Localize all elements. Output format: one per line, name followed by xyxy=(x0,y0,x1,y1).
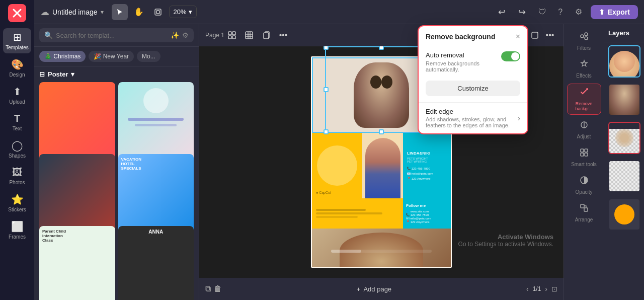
view-tool-button[interactable] xyxy=(150,4,166,20)
fit-page-icon[interactable]: ⊡ xyxy=(551,285,557,293)
expand-button[interactable] xyxy=(527,28,542,43)
template-grid: FRIDAY CHRISTMASDINNER xyxy=(34,82,199,300)
adjust-tool[interactable]: Adjust xyxy=(567,117,601,142)
auto-removal-text: Auto removal Remove backgrounds automati… xyxy=(426,51,501,72)
layer-item-3[interactable] xyxy=(608,122,640,154)
newyear-tag-label: 🎉 New Year xyxy=(94,53,129,60)
arrange-tool[interactable]: Arrange xyxy=(567,200,601,226)
sidebar-item-photos[interactable]: 🖼 Photos xyxy=(3,164,31,188)
design-icon: 🎨 xyxy=(11,58,24,70)
svg-rect-22 xyxy=(585,149,588,152)
filter-icon[interactable]: ⚙ xyxy=(182,31,189,39)
info-card: LINDA&NIKI PETS WRIGHTPET WRITING 📞 123-… xyxy=(403,133,451,198)
canvas-bottom-bar: ⧉ 🗑 + Add page ‹ 1/1 › ⊡ xyxy=(199,278,564,300)
sidebar-item-stickers[interactable]: ⭐ Stickers xyxy=(3,190,31,215)
edit-edge-desc: Add shadows, strokes, glow, and feathers… xyxy=(426,116,518,128)
add-page-button[interactable]: + Add page xyxy=(357,285,391,293)
svg-rect-5 xyxy=(232,32,235,35)
sidebar-label-design: Design xyxy=(9,72,25,78)
remove-bg-icon xyxy=(579,87,589,100)
layer-item-4[interactable] xyxy=(608,160,640,192)
grid-tool-button[interactable] xyxy=(242,28,257,43)
layer-item-2[interactable] xyxy=(608,84,640,116)
sidebar-item-templates[interactable]: ⊞ Templates xyxy=(3,28,31,53)
category-label[interactable]: ⊟ Poster ▾ xyxy=(39,70,74,78)
copy-tool-button[interactable] xyxy=(259,28,274,43)
delete-page-icon[interactable]: 🗑 xyxy=(214,284,222,293)
middle-row: ● CapCut LINDA&NIKI PETS WRIGHTPET WRITI… xyxy=(312,133,451,198)
sidebar-item-frames[interactable]: ⬜ Frames xyxy=(3,217,31,243)
fit-tool-button[interactable] xyxy=(224,28,239,43)
sidebar-item-design[interactable]: 🎨 Design xyxy=(3,55,31,81)
layers-panel: Layers xyxy=(604,24,644,300)
opacity-tool[interactable]: Opacity xyxy=(567,172,601,198)
template-thumb-6[interactable]: ANNA xyxy=(118,226,194,300)
svg-point-16 xyxy=(585,33,588,36)
bottom-row: Follow me 🌐 www.site.com 📞 123 456 7890 … xyxy=(312,198,451,229)
redo-button[interactable]: ↪ xyxy=(514,4,530,20)
help-icon[interactable]: ? xyxy=(552,4,569,20)
zoom-control[interactable]: 20% ▾ xyxy=(169,6,197,18)
search-input[interactable] xyxy=(56,32,168,39)
sidebar-item-text[interactable]: T Text xyxy=(3,110,31,134)
auto-removal-label: Auto removal xyxy=(426,51,501,59)
magic-wand-icon[interactable]: ✨ xyxy=(171,31,179,39)
export-button[interactable]: ⬆ Export xyxy=(591,5,638,19)
app-logo[interactable] xyxy=(8,4,26,22)
auto-removal-toggle[interactable] xyxy=(501,51,520,61)
sidebar-item-upload[interactable]: ⬆ Upload xyxy=(3,83,31,108)
canvas-scrollbar[interactable] xyxy=(331,250,432,253)
select-tool-button[interactable] xyxy=(112,4,128,20)
tag-more[interactable]: Mo... xyxy=(137,51,160,62)
prev-page-button[interactable]: ‹ xyxy=(526,285,529,293)
add-page-icon: + xyxy=(357,285,361,293)
more-tag-label: Mo... xyxy=(142,53,155,60)
activate-line1: Activate Windows xyxy=(458,233,553,241)
handle-top-middle[interactable] xyxy=(379,46,384,50)
edit-edge-section[interactable]: Edit edge Add shadows, strokes, glow, an… xyxy=(419,102,527,133)
more-tool-button[interactable]: ••• xyxy=(276,28,291,43)
topbar-icons: 🛡 ? ⚙ xyxy=(534,4,587,20)
category-icon: ⊟ xyxy=(39,70,45,78)
handle-top-left[interactable] xyxy=(324,46,329,50)
yellow-circle xyxy=(317,145,357,186)
tag-newyear[interactable]: 🎉 New Year xyxy=(89,51,134,62)
layers-title: Layers xyxy=(608,29,629,37)
filters-tool[interactable]: Filters xyxy=(567,28,601,54)
tag-christmas[interactable]: 🎄 Christmas xyxy=(39,51,86,62)
layer-preview-4 xyxy=(609,161,639,191)
remove-bg-tool[interactable]: Removebackgr... xyxy=(567,84,601,115)
copy-page-icon[interactable]: ⧉ xyxy=(205,284,211,293)
effects-tool[interactable]: Effects xyxy=(567,56,601,82)
adjust-label: Adjust xyxy=(577,134,591,139)
effects-label: Effects xyxy=(576,73,591,79)
title-chevron-icon[interactable]: ▾ xyxy=(101,9,104,16)
cloud-icon: ☁ xyxy=(40,7,49,18)
smart-tools-tool[interactable]: Smart tools xyxy=(567,144,601,170)
filters-icon xyxy=(579,31,589,44)
sidebar-label-shapes: Shapes xyxy=(9,153,26,159)
sidebar-item-shapes[interactable]: ◯ Shapes xyxy=(3,136,31,162)
document-title: ☁ Untitled image ▾ xyxy=(40,7,104,18)
description-cell xyxy=(312,198,403,229)
frames-icon: ⬜ xyxy=(11,220,24,233)
undo-button[interactable]: ↩ xyxy=(494,4,510,20)
templates-icon: ⊞ xyxy=(13,31,22,43)
more-options-button[interactable]: ••• xyxy=(542,28,557,43)
hand-tool-button[interactable]: ✋ xyxy=(131,4,147,20)
opacity-label: Opacity xyxy=(576,189,593,195)
remove-bg-close-button[interactable]: × xyxy=(516,32,520,41)
settings-icon[interactable]: ⚙ xyxy=(571,4,587,20)
edit-edge-title: Edit edge xyxy=(426,108,518,115)
category-chevron-icon: ▾ xyxy=(71,70,74,78)
shield-icon[interactable]: 🛡 xyxy=(534,4,550,20)
next-page-button[interactable]: › xyxy=(545,285,547,293)
template-thumb-5[interactable]: Parent ChildInteractionClass xyxy=(39,226,115,300)
layer-item-1[interactable] xyxy=(608,45,640,78)
layer-item-5[interactable] xyxy=(608,198,640,231)
customize-button[interactable]: Customize xyxy=(426,81,520,96)
bottom-left-icons: ⧉ 🗑 xyxy=(205,284,222,293)
stickers-icon: ⭐ xyxy=(11,193,24,205)
remove-bg-label: Removebackgr... xyxy=(575,101,592,111)
export-icon: ⬆ xyxy=(599,8,605,16)
